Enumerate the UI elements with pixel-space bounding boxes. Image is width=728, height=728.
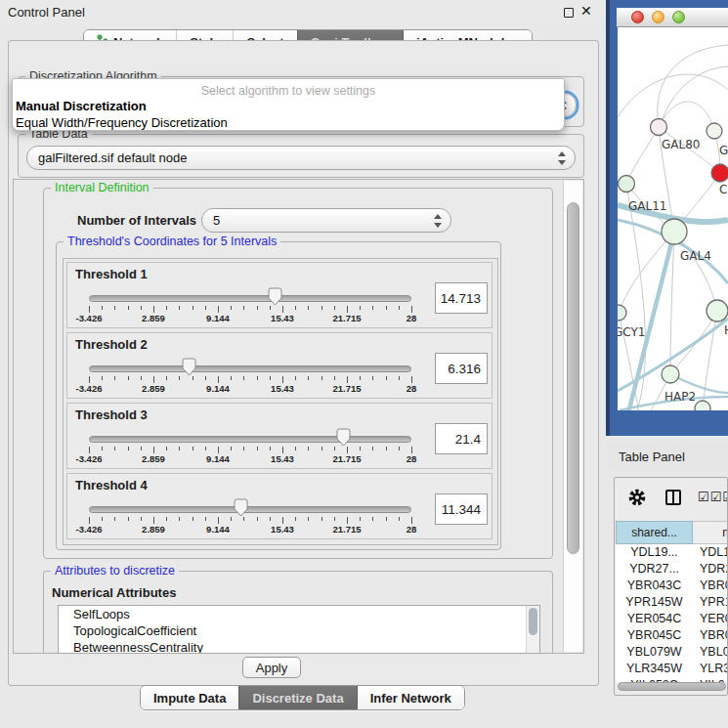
table-row[interactable]: YBL079WYBL0 [616, 644, 728, 661]
table-data-combobox[interactable]: galFiltered.sif default node [26, 146, 576, 170]
table-row[interactable]: YLR345WYLR3 [616, 661, 728, 677]
table-row[interactable]: YPR145WYPR1 [616, 594, 728, 611]
scrollbar-thumb[interactable] [618, 682, 726, 691]
checkbox-options-icons[interactable]: ☑☑☑ [698, 490, 728, 504]
node-unlabeled-top [707, 123, 722, 139]
node-label: GAL11 [628, 199, 666, 213]
table-header-row: shared... n [616, 521, 728, 544]
close-traffic-light-icon[interactable] [631, 11, 644, 23]
threshold-1-value-field[interactable]: 14.713 [435, 282, 488, 314]
thresholds-group: Threshold's Coordinates for 5 Intervals … [56, 241, 501, 550]
apply-button[interactable]: Apply [242, 657, 301, 678]
scrollbar-thumb[interactable] [529, 608, 537, 635]
node-label: C [719, 183, 727, 196]
threshold-4-value-field[interactable]: 11.344 [435, 493, 488, 525]
minimize-traffic-light-icon[interactable] [652, 11, 664, 23]
close-icon[interactable]: ✕ [580, 3, 592, 19]
window-frame-edge [606, 0, 610, 436]
node-bottom-partial [695, 401, 710, 410]
node-label: GA [719, 144, 728, 157]
node-hap2 [662, 365, 679, 383]
node-label: HAP2 [664, 390, 696, 404]
slider-thumb[interactable] [268, 287, 282, 306]
column-header-shared-name[interactable]: shared... [616, 521, 693, 544]
tab-impute-data[interactable]: Impute Data [141, 686, 238, 709]
node-gal11 [619, 176, 635, 193]
threshold-3-value-field[interactable]: 21.4 [435, 423, 488, 454]
table-row[interactable]: YBR043CYBR0 [616, 578, 728, 594]
table-panel: ☑☑☑ shared... n YDL19...YDL1 YDR27...YDR… [614, 477, 728, 696]
table-data-group: Table Data galFiltered.sif default node [18, 134, 584, 178]
threshold-row-4: Threshold 4 -3.4262.8599.14415.4321.7152… [66, 473, 492, 539]
panel-title: Control Panel [8, 5, 85, 20]
zoom-traffic-light-icon[interactable] [672, 11, 685, 23]
table-panel-toolbar: ☑☑☑ [615, 484, 728, 517]
node-label: GCY1 [618, 325, 645, 339]
threshold-row-1: Threshold 1 -3.4262.8599.14415.4321.7152… [66, 262, 492, 328]
node-label: GAL4 [680, 249, 711, 263]
threshold-4-slider[interactable]: -3.4262.8599.14415.4321.71528 [67, 474, 492, 538]
network-window-titlebar[interactable] [617, 8, 728, 27]
algorithm-dropdown-popup: Select algorithm to view settings Manual… [12, 78, 565, 131]
numerical-attributes-list[interactable]: SelfLoops TopologicalCoefficient Between… [58, 605, 540, 654]
num-intervals-label: Number of Intervals [77, 213, 196, 228]
table-panel-header: Table Panel [606, 442, 728, 471]
threshold-3-slider[interactable]: -3.4262.8599.14415.4321.71528 [67, 404, 492, 468]
node-label: GAL80 [662, 138, 700, 151]
num-intervals-value: 5 [213, 213, 220, 228]
screen: Control Panel ✕ Network Style Select Cyn… [0, 0, 728, 728]
tab-infer-network[interactable]: Infer Network [357, 686, 464, 709]
thresholds-container: Threshold 1 -3.4262.8599.14415.4321.7152… [63, 258, 498, 545]
node-table: shared... n YDL19...YDL1 YDR27...YDR2 YB… [616, 521, 728, 682]
list-item[interactable]: BetweennessCentrality [59, 639, 539, 654]
list-item[interactable]: SelfLoops [59, 606, 539, 622]
network-canvas[interactable]: GAL80 GA C GAL11 GAL4 GCY1 H HAP2 [618, 27, 728, 410]
attributes-group-label: Attributes to discretize [51, 564, 179, 578]
settings-vertical-scrollbar[interactable] [563, 181, 582, 652]
table-panel-title: Table Panel [619, 450, 685, 464]
interval-definition-group: Interval Definition Number of Intervals … [43, 188, 553, 559]
combo-stepper-icon[interactable] [557, 150, 566, 166]
threshold-1-slider[interactable]: -3.4262.8599.14415.4321.71528 [67, 263, 492, 327]
float-window-icon[interactable] [564, 8, 574, 18]
dropdown-placeholder: Select algorithm to view settings [13, 84, 564, 98]
table-row[interactable]: YDL19...YDL1 [616, 544, 728, 561]
numerical-attributes-label: Numerical Attributes [52, 585, 176, 600]
threshold-row-2: Threshold 2 -3.4262.8599.14415.4321.7152… [66, 332, 492, 399]
network-graph: GAL80 GA C GAL11 GAL4 GCY1 H HAP2 [618, 27, 728, 410]
table-row[interactable]: YER054CYER0 [616, 611, 728, 627]
bottom-tab-bar: Impute Data Discretize Data Infer Networ… [140, 685, 465, 710]
interval-definition-group-label: Interval Definition [51, 181, 153, 194]
split-columns-icon[interactable] [665, 490, 681, 505]
dropdown-option-equal-width[interactable]: Equal Width/Frequency Discretization [16, 115, 228, 130]
tab-discretize-data[interactable]: Discretize Data [238, 686, 356, 709]
node-label: H [724, 323, 728, 337]
threshold-2-slider[interactable]: -3.4262.8599.14415.4321.71528 [67, 333, 492, 398]
slider-thumb[interactable] [336, 428, 351, 447]
table-horizontal-scrollbar[interactable] [617, 682, 727, 692]
dropdown-option-manual[interactable]: Manual Discretization [16, 99, 147, 113]
gear-icon[interactable] [627, 488, 647, 511]
list-item[interactable]: TopologicalCoefficient [59, 622, 539, 639]
slider-thumb[interactable] [234, 498, 248, 517]
node-gcy1 [618, 305, 626, 321]
table-row[interactable]: YDR27...YDR2 [616, 561, 728, 578]
slider-thumb[interactable] [182, 358, 196, 376]
attributes-group: Attributes to discretize Numerical Attri… [43, 571, 553, 654]
column-header-name[interactable]: n [693, 521, 728, 544]
table-data-selected: galFiltered.sif default node [38, 150, 187, 165]
threshold-2-value-field[interactable]: 6.316 [435, 353, 488, 384]
table-row[interactable]: YBR045CYBR0 [616, 627, 728, 644]
node-red [711, 164, 728, 182]
num-intervals-combobox[interactable]: 5 [201, 208, 451, 233]
scrollbar-thumb[interactable] [567, 202, 579, 554]
combo-stepper-icon[interactable] [433, 213, 442, 229]
node-gal80 [651, 119, 667, 136]
list-vertical-scrollbar[interactable] [526, 606, 539, 653]
node-gal4 [662, 219, 687, 244]
table-rows: YDL19...YDL1 YDR27...YDR2 YBR043CYBR0 YP… [616, 544, 728, 682]
threshold-row-3: Threshold 3 -3.4262.8599.14415.4321.7152… [66, 403, 492, 469]
control-panel-titlebar: Control Panel ✕ [0, 0, 606, 23]
node-h [707, 300, 728, 321]
network-view-window[interactable]: GAL80 GA C GAL11 GAL4 GCY1 H HAP2 [606, 0, 728, 436]
